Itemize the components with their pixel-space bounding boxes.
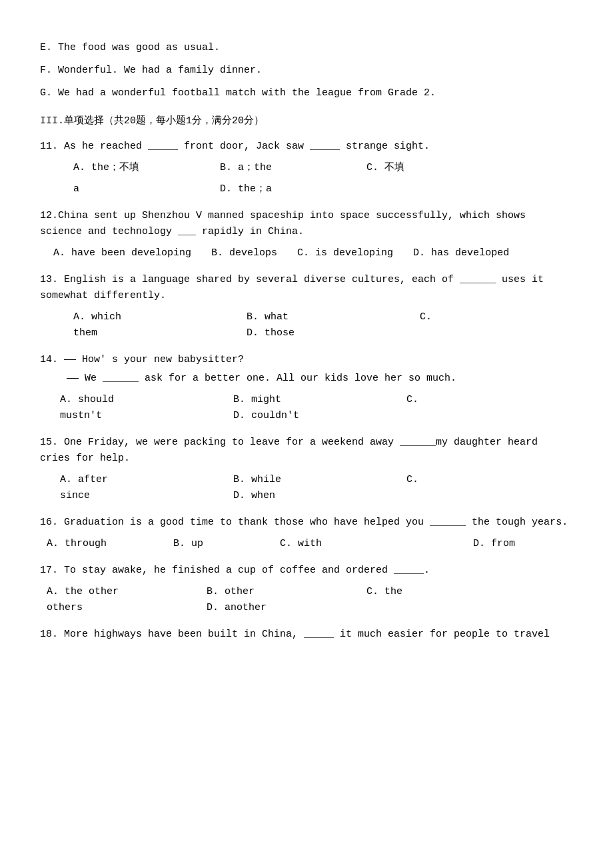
q14-optD: D. couldn't [233, 408, 299, 424]
q12-optB: B. develops [211, 245, 277, 261]
q13-optA: A. which [73, 309, 247, 325]
question-17: 17. To stay awake, he finished a cup of … [40, 563, 573, 616]
line-F: F. Wonderful. We had a family dinner. [40, 63, 573, 79]
q17-optCc: others [47, 600, 207, 616]
question-11: 11. As he reached _____ front door, Jack… [40, 139, 573, 197]
q11-optA: A. the；不填 [73, 160, 220, 176]
question-16: 16. Graduation is a good time to thank t… [40, 515, 573, 552]
q13-optC: C. [420, 309, 432, 325]
q14-optCc: mustn't [60, 408, 233, 424]
q13-optB: B. what [247, 309, 420, 325]
line-G: G. We had a wonderful football match wit… [40, 85, 573, 101]
q14-optB: B. might [233, 392, 406, 408]
q15-optD: D. when [233, 488, 275, 504]
document-content: E. The food was good as usual. F. Wonder… [40, 40, 573, 643]
question-12: 12.China sent up Shenzhou V manned space… [40, 208, 573, 261]
q11-optC: C. 不填 [366, 160, 513, 176]
question-13: 13. English is a language shared by seve… [40, 272, 573, 341]
q15-optC: C. [406, 472, 418, 488]
q16-optD: D. from [473, 536, 515, 552]
q17-optD: D. another [207, 600, 267, 616]
q15-optB: B. while [233, 472, 406, 488]
q13-optCc: them [73, 325, 247, 341]
q11-optD: D. the；a [220, 181, 272, 197]
q12-optA: A. have been developing [53, 245, 191, 261]
q17-text: 17. To stay awake, he finished a cup of … [40, 563, 573, 579]
section-3-title: III.单项选择（共20题，每小题1分，满分20分） [40, 113, 573, 129]
q15-optA: A. after [60, 472, 233, 488]
question-18: 18. More highways have been built in Chi… [40, 627, 573, 643]
q16-optA: A. through [47, 536, 167, 552]
q15-text: 15. One Friday, we were packing to leave… [40, 435, 573, 467]
q15-optCc: since [60, 488, 233, 504]
q13-text: 13. English is a language shared by seve… [40, 272, 573, 304]
q11-optB: B. a；the [220, 160, 366, 176]
q16-text: 16. Graduation is a good time to thank t… [40, 515, 573, 531]
q17-optC: C. the [366, 584, 402, 600]
q11-text: 11. As he reached _____ front door, Jack… [40, 139, 573, 155]
q16-optC: C. with [280, 536, 466, 552]
question-14: 14. ―― How' s your new babysitter? ―― We… [40, 352, 573, 424]
line-E: E. The food was good as usual. [40, 40, 573, 56]
q13-optD: D. those [247, 325, 295, 341]
q14-optC: C. [406, 392, 418, 408]
q18-text: 18. More highways have been built in Chi… [40, 627, 573, 643]
q16-optB: B. up [173, 536, 273, 552]
q12-text: 12.China sent up Shenzhou V manned space… [40, 208, 573, 240]
q12-optD: D. has developed [413, 245, 509, 261]
q14-response: ―― We ______ ask for a better one. All o… [40, 371, 573, 387]
question-15: 15. One Friday, we were packing to leave… [40, 435, 573, 504]
q14-text: 14. ―― How' s your new babysitter? [40, 352, 573, 368]
q17-optA: A. the other [47, 584, 207, 600]
q17-optB: B. other [207, 584, 366, 600]
q12-optC: C. is developing [297, 245, 393, 261]
q14-optA: A. should [60, 392, 233, 408]
q11-optCa: a [73, 181, 220, 197]
